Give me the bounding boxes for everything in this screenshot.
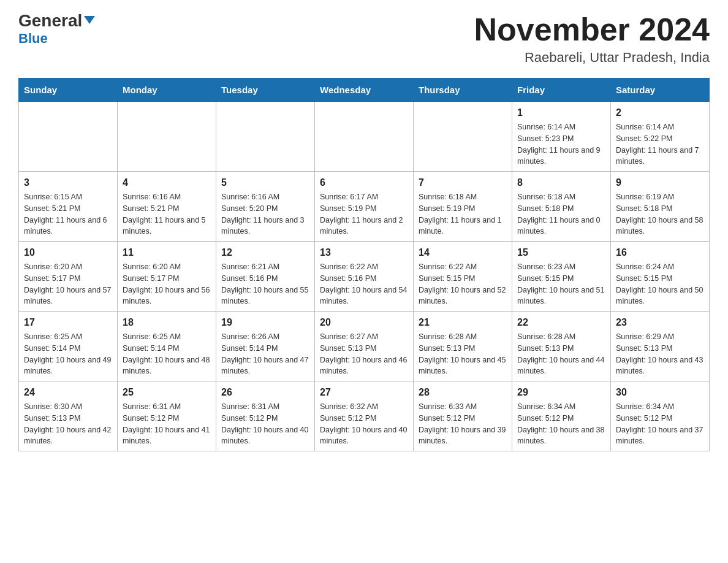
day-info-line: Sunset: 5:12 PM [320,413,408,424]
day-info-line: Sunset: 5:15 PM [419,273,507,285]
day-info-line: Sunset: 5:19 PM [320,203,408,215]
month-title: November 2024 [474,12,710,47]
calendar-cell: 24Sunrise: 6:30 AMSunset: 5:13 PMDayligh… [19,381,118,451]
day-info-line: Daylight: 10 hours and 42 minutes. [24,424,112,448]
day-info-line: Daylight: 10 hours and 40 minutes. [320,424,408,448]
day-info-line: Daylight: 11 hours and 7 minutes. [616,145,704,168]
day-number: 15 [517,245,605,260]
logo: General Blue [18,12,95,47]
day-number: 7 [419,175,507,190]
day-info-line: Daylight: 10 hours and 52 minutes. [419,285,507,308]
day-number: 24 [24,385,112,400]
day-info-line: Sunset: 5:15 PM [616,273,704,285]
day-info-line: Sunrise: 6:30 AM [24,401,112,413]
day-number: 13 [320,245,408,260]
day-info-line: Sunrise: 6:34 AM [517,401,605,413]
calendar-cell: 26Sunrise: 6:31 AMSunset: 5:12 PMDayligh… [216,381,315,451]
day-info-line: Sunset: 5:13 PM [24,413,112,424]
calendar-cell: 2Sunrise: 6:14 AMSunset: 5:22 PMDaylight… [611,102,710,172]
day-info-line: Daylight: 11 hours and 6 minutes. [24,215,112,238]
day-info-line: Sunset: 5:12 PM [123,413,211,424]
day-number: 5 [221,175,309,190]
day-info-line: Sunrise: 6:16 AM [123,191,211,203]
day-number: 12 [221,245,309,260]
calendar-week-row: 1Sunrise: 6:14 AMSunset: 5:23 PMDaylight… [19,102,710,172]
day-info-line: Sunset: 5:13 PM [320,343,408,354]
day-number: 9 [616,175,704,190]
day-info-line: Sunset: 5:14 PM [24,343,112,354]
calendar-cell: 20Sunrise: 6:27 AMSunset: 5:13 PMDayligh… [315,312,414,381]
day-info-line: Sunrise: 6:29 AM [616,331,704,343]
logo-blue-text: Blue [18,31,48,47]
header-thursday: Thursday [414,79,512,102]
day-number: 19 [221,315,309,330]
calendar-cell: 25Sunrise: 6:31 AMSunset: 5:12 PMDayligh… [118,381,216,451]
day-info-line: Sunrise: 6:20 AM [24,261,112,273]
header-friday: Friday [512,79,611,102]
location-subtitle: Raebareli, Uttar Pradesh, India [474,50,710,66]
day-info-line: Sunset: 5:14 PM [123,343,211,354]
day-number: 2 [616,105,704,120]
day-info-line: Daylight: 10 hours and 38 minutes. [517,424,605,448]
day-info-line: Daylight: 10 hours and 41 minutes. [123,424,211,448]
day-info-line: Daylight: 10 hours and 58 minutes. [616,215,704,238]
calendar-cell [118,102,216,172]
day-info-line: Daylight: 10 hours and 37 minutes. [616,424,704,448]
day-number: 16 [616,245,704,260]
day-info-line: Sunset: 5:22 PM [616,133,704,145]
logo-main-text: General [18,12,95,29]
day-info-line: Sunrise: 6:21 AM [221,261,309,273]
day-info-line: Sunset: 5:19 PM [419,203,507,215]
day-number: 6 [320,175,408,190]
day-info-line: Daylight: 11 hours and 0 minutes. [517,215,605,238]
header-wednesday: Wednesday [315,79,414,102]
day-info-line: Daylight: 10 hours and 39 minutes. [419,424,507,448]
day-info-line: Sunrise: 6:33 AM [419,401,507,413]
day-info-line: Sunset: 5:14 PM [221,343,309,354]
day-info-line: Sunset: 5:18 PM [616,203,704,215]
day-number: 20 [320,315,408,330]
day-info-line: Daylight: 11 hours and 9 minutes. [517,145,605,168]
calendar-cell: 23Sunrise: 6:29 AMSunset: 5:13 PMDayligh… [611,312,710,381]
day-info-line: Sunset: 5:23 PM [517,133,605,145]
calendar-week-row: 17Sunrise: 6:25 AMSunset: 5:14 PMDayligh… [19,312,710,381]
calendar-cell: 21Sunrise: 6:28 AMSunset: 5:13 PMDayligh… [414,312,512,381]
calendar-cell: 15Sunrise: 6:23 AMSunset: 5:15 PMDayligh… [512,242,611,312]
day-info-line: Daylight: 10 hours and 57 minutes. [24,285,112,308]
day-info-line: Daylight: 10 hours and 40 minutes. [221,424,309,448]
day-number: 10 [24,245,112,260]
day-info-line: Sunrise: 6:25 AM [24,331,112,343]
calendar-cell: 30Sunrise: 6:34 AMSunset: 5:12 PMDayligh… [611,381,710,451]
day-info-line: Sunrise: 6:31 AM [123,401,211,413]
day-number: 27 [320,385,408,400]
day-info-line: Sunrise: 6:25 AM [123,331,211,343]
day-info-line: Daylight: 10 hours and 56 minutes. [123,285,211,308]
calendar-cell: 5Sunrise: 6:16 AMSunset: 5:20 PMDaylight… [216,172,315,242]
day-info-line: Sunrise: 6:19 AM [616,191,704,203]
calendar-cell [414,102,512,172]
day-info-line: Sunset: 5:12 PM [616,413,704,424]
title-block: November 2024 Raebareli, Uttar Pradesh, … [474,12,710,66]
calendar-cell: 28Sunrise: 6:33 AMSunset: 5:12 PMDayligh… [414,381,512,451]
calendar-cell: 13Sunrise: 6:22 AMSunset: 5:16 PMDayligh… [315,242,414,312]
day-info-line: Sunset: 5:17 PM [123,273,211,285]
calendar-cell: 1Sunrise: 6:14 AMSunset: 5:23 PMDaylight… [512,102,611,172]
calendar-cell: 27Sunrise: 6:32 AMSunset: 5:12 PMDayligh… [315,381,414,451]
day-number: 25 [123,385,211,400]
calendar-cell: 9Sunrise: 6:19 AMSunset: 5:18 PMDaylight… [611,172,710,242]
calendar-cell: 6Sunrise: 6:17 AMSunset: 5:19 PMDaylight… [315,172,414,242]
day-info-line: Sunset: 5:21 PM [24,203,112,215]
day-info-line: Daylight: 10 hours and 47 minutes. [221,354,309,378]
day-number: 30 [616,385,704,400]
day-info-line: Daylight: 10 hours and 54 minutes. [320,285,408,308]
day-info-line: Daylight: 10 hours and 48 minutes. [123,354,211,378]
day-number: 11 [123,245,211,260]
calendar-cell: 14Sunrise: 6:22 AMSunset: 5:15 PMDayligh… [414,242,512,312]
day-number: 26 [221,385,309,400]
calendar-cell: 16Sunrise: 6:24 AMSunset: 5:15 PMDayligh… [611,242,710,312]
header-tuesday: Tuesday [216,79,315,102]
day-number: 22 [517,315,605,330]
day-number: 21 [419,315,507,330]
day-number: 3 [24,175,112,190]
calendar-cell: 11Sunrise: 6:20 AMSunset: 5:17 PMDayligh… [118,242,216,312]
